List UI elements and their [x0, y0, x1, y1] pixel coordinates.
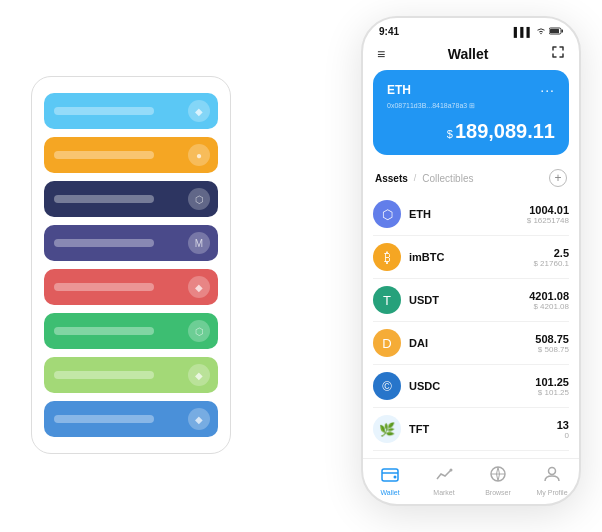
scene: ◆●⬡M◆⬡◆◆ 9:41 ▌▌▌ [21, 16, 581, 516]
nav-label-browser: Browser [485, 489, 511, 496]
card-icon-6: ◆ [188, 364, 210, 386]
asset-icon-dai: D [373, 329, 401, 357]
asset-amount-usd-dai: $ 508.75 [535, 345, 569, 354]
wallet-balance: $189,089.11 [387, 120, 555, 143]
card-text-bar-4 [54, 283, 154, 291]
nav-icon-wallet [381, 465, 399, 487]
asset-icon-eth: ⬡ [373, 200, 401, 228]
asset-amount-primary-usdt: 4201.08 [529, 290, 569, 302]
tab-divider: / [414, 173, 417, 183]
card-item-6[interactable]: ◆ [44, 357, 218, 393]
asset-name-dai: DAI [409, 337, 535, 349]
card-icon-5: ⬡ [188, 320, 210, 342]
wallet-currency-label: ETH [387, 83, 411, 97]
asset-amount-usd-eth: $ 16251748 [527, 216, 569, 225]
asset-amount-primary-eth: 1004.01 [527, 204, 569, 216]
asset-row-imbtc[interactable]: ₿imBTC2.5$ 21760.1 [373, 236, 569, 279]
tab-assets[interactable]: Assets [375, 173, 408, 184]
expand-icon[interactable] [551, 45, 565, 62]
wallet-card[interactable]: ETH ··· 0x08711d3B...8418a78a3 ⊞ $189,08… [373, 70, 569, 155]
battery-icon [549, 27, 563, 37]
card-text-bar-7 [54, 415, 154, 423]
phone-header: ≡ Wallet [363, 41, 579, 70]
asset-list: ⬡ETH1004.01$ 16251748₿imBTC2.5$ 21760.1T… [363, 193, 579, 458]
asset-row-tft[interactable]: 🌿TFT130 [373, 408, 569, 451]
wallet-card-header: ETH ··· [387, 82, 555, 98]
signal-icon: ▌▌▌ [514, 27, 533, 37]
bottom-nav: WalletMarketBrowserMy Profile [363, 458, 579, 504]
nav-label-market: Market [433, 489, 454, 496]
assets-tabs: Assets / Collectibles [375, 173, 473, 184]
asset-name-tft: TFT [409, 423, 557, 435]
asset-amounts-imbtc: 2.5$ 21760.1 [533, 247, 569, 268]
card-icon-3: M [188, 232, 210, 254]
asset-name-usdc: USDC [409, 380, 535, 392]
nav-label-my-profile: My Profile [536, 489, 567, 496]
page-title: Wallet [448, 46, 489, 62]
card-item-1[interactable]: ● [44, 137, 218, 173]
asset-row-dai[interactable]: DDAI508.75$ 508.75 [373, 322, 569, 365]
asset-icon-usdc: © [373, 372, 401, 400]
card-icon-7: ◆ [188, 408, 210, 430]
asset-amounts-usdc: 101.25$ 101.25 [535, 376, 569, 397]
card-item-7[interactable]: ◆ [44, 401, 218, 437]
card-text-bar-3 [54, 239, 154, 247]
asset-amount-usd-tft: 0 [557, 431, 569, 440]
nav-icon-my-profile [543, 465, 561, 487]
card-item-0[interactable]: ◆ [44, 93, 218, 129]
svg-rect-2 [550, 29, 559, 33]
asset-icon-imbtc: ₿ [373, 243, 401, 271]
asset-amount-usd-imbtc: $ 21760.1 [533, 259, 569, 268]
nav-icon-market [435, 465, 453, 487]
card-icon-2: ⬡ [188, 188, 210, 210]
asset-amounts-tft: 130 [557, 419, 569, 440]
card-text-bar-1 [54, 151, 154, 159]
status-icons: ▌▌▌ [514, 27, 563, 37]
balance-amount: 189,089.11 [455, 120, 555, 142]
card-icon-1: ● [188, 144, 210, 166]
nav-item-market[interactable]: Market [417, 465, 471, 496]
asset-amount-primary-usdc: 101.25 [535, 376, 569, 388]
status-time: 9:41 [379, 26, 399, 37]
status-bar: 9:41 ▌▌▌ [363, 18, 579, 41]
card-item-4[interactable]: ◆ [44, 269, 218, 305]
menu-icon[interactable]: ≡ [377, 46, 385, 62]
asset-amount-primary-imbtc: 2.5 [533, 247, 569, 259]
asset-amount-primary-dai: 508.75 [535, 333, 569, 345]
svg-point-8 [549, 468, 556, 475]
asset-row-eth[interactable]: ⬡ETH1004.01$ 16251748 [373, 193, 569, 236]
nav-item-my-profile[interactable]: My Profile [525, 465, 579, 496]
asset-name-eth: ETH [409, 208, 527, 220]
assets-header: Assets / Collectibles + [363, 165, 579, 193]
card-item-3[interactable]: M [44, 225, 218, 261]
asset-icon-usdt: T [373, 286, 401, 314]
add-asset-button[interactable]: + [549, 169, 567, 187]
asset-amount-primary-tft: 13 [557, 419, 569, 431]
card-stack: ◆●⬡M◆⬡◆◆ [31, 76, 231, 454]
svg-point-5 [450, 469, 453, 472]
asset-amount-usd-usdt: $ 4201.08 [529, 302, 569, 311]
phone-mockup: 9:41 ▌▌▌ [361, 16, 581, 506]
asset-amounts-dai: 508.75$ 508.75 [535, 333, 569, 354]
asset-amounts-usdt: 4201.08$ 4201.08 [529, 290, 569, 311]
nav-item-wallet[interactable]: Wallet [363, 465, 417, 496]
card-text-bar-2 [54, 195, 154, 203]
nav-label-wallet: Wallet [380, 489, 399, 496]
asset-name-imbtc: imBTC [409, 251, 533, 263]
currency-symbol: $ [447, 128, 453, 140]
wallet-address: 0x08711d3B...8418a78a3 ⊞ [387, 102, 555, 110]
asset-icon-tft: 🌿 [373, 415, 401, 443]
card-text-bar-5 [54, 327, 154, 335]
svg-rect-3 [382, 469, 398, 481]
asset-row-usdt[interactable]: TUSDT4201.08$ 4201.08 [373, 279, 569, 322]
card-item-5[interactable]: ⬡ [44, 313, 218, 349]
card-item-2[interactable]: ⬡ [44, 181, 218, 217]
nav-icon-browser [489, 465, 507, 487]
tab-collectibles[interactable]: Collectibles [422, 173, 473, 184]
wallet-menu-dots[interactable]: ··· [540, 82, 555, 98]
card-text-bar-6 [54, 371, 154, 379]
card-icon-0: ◆ [188, 100, 210, 122]
card-text-bar-0 [54, 107, 154, 115]
nav-item-browser[interactable]: Browser [471, 465, 525, 496]
asset-row-usdc[interactable]: ©USDC101.25$ 101.25 [373, 365, 569, 408]
